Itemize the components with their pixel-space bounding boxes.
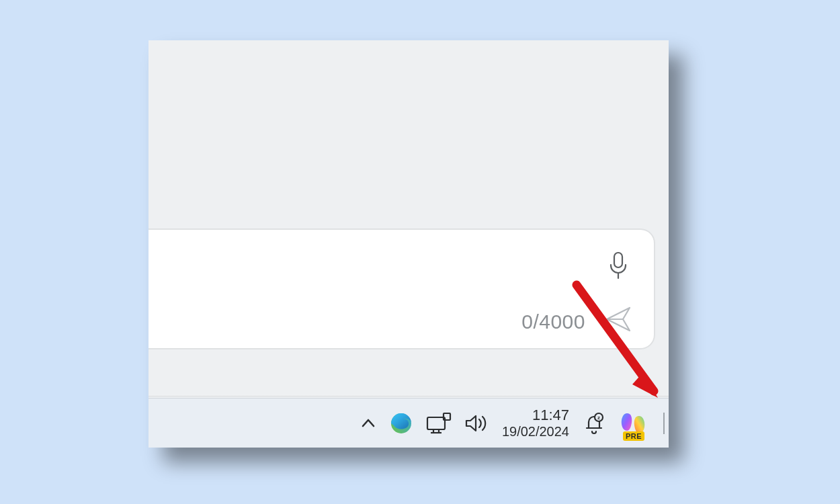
send-icon[interactable]	[604, 305, 632, 336]
notifications-dnd-icon[interactable]: z	[583, 411, 605, 435]
volume-icon[interactable]	[464, 413, 489, 434]
clock-time: 11:47	[532, 407, 569, 423]
stage: 0/4000	[0, 0, 840, 504]
tray-overflow-icon[interactable]	[360, 415, 377, 432]
separator	[149, 395, 669, 396]
chat-area: 0/4000	[149, 40, 669, 398]
screenshot-panel: 0/4000	[149, 40, 669, 448]
copilot-icon[interactable]: PRE	[618, 408, 648, 439]
show-desktop-handle[interactable]	[663, 413, 665, 434]
microphone-icon[interactable]	[607, 251, 630, 282]
clock-date: 19/02/2024	[502, 424, 569, 439]
copilot-pre-badge: PRE	[623, 431, 644, 441]
taskbar: 11:47 19/02/2024 z	[149, 398, 669, 448]
svg-rect-0	[614, 253, 622, 267]
edge-icon[interactable]	[389, 411, 413, 435]
network-icon[interactable]	[425, 412, 452, 435]
clock[interactable]: 11:47 19/02/2024	[502, 407, 569, 438]
system-tray: 11:47 19/02/2024 z	[360, 398, 665, 448]
svg-text:z: z	[597, 415, 600, 421]
char-counter: 0/4000	[521, 310, 585, 333]
chat-input-card[interactable]: 0/4000	[149, 228, 655, 349]
svg-rect-4	[427, 417, 445, 429]
